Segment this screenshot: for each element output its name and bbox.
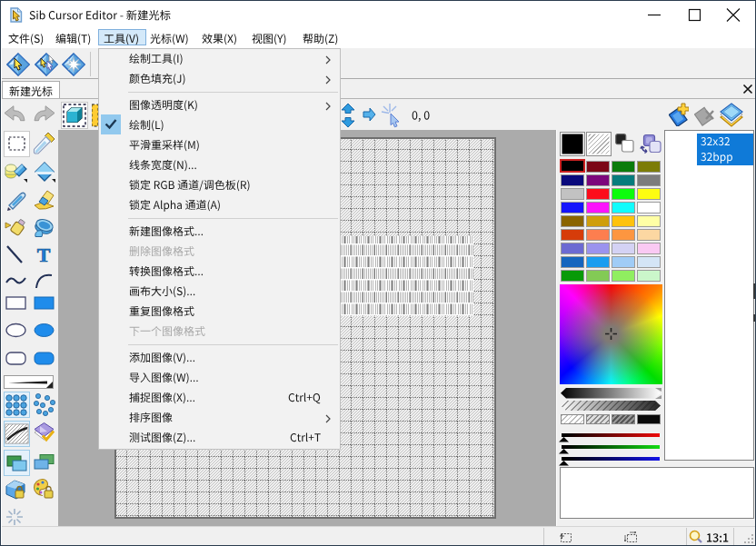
- svg-text:T: T: [36, 243, 50, 266]
